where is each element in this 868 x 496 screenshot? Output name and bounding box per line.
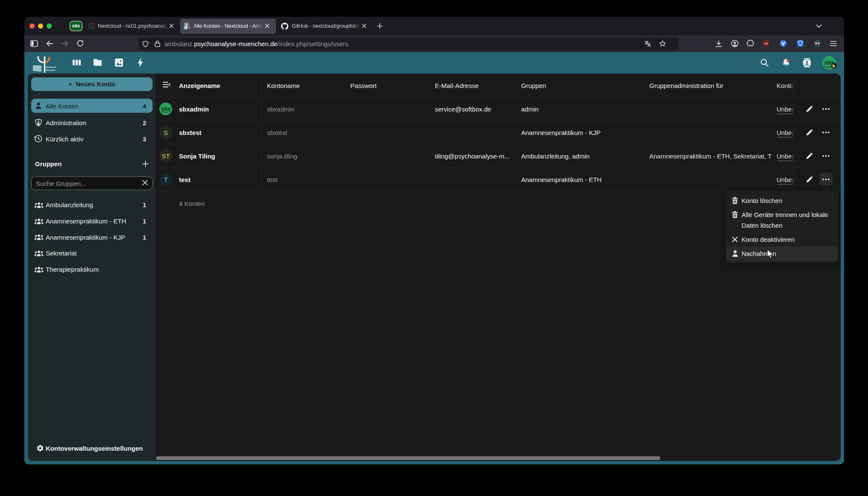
- svg-text:Akademie: Akademie: [46, 66, 56, 68]
- svg-text:UO: UO: [764, 42, 768, 45]
- svg-text:München: München: [46, 69, 56, 71]
